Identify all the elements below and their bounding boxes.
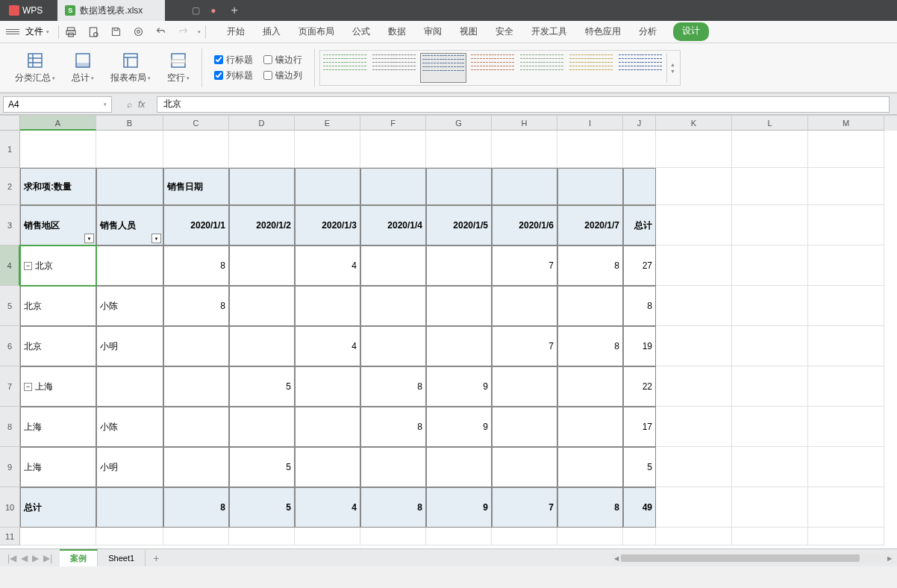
cell-M6[interactable] [808,326,884,366]
cell-F3[interactable]: 2020/1/4 [360,205,426,245]
col-header-A[interactable]: A [20,116,96,131]
cell-J6[interactable]: 19 [623,326,656,366]
cell-D5[interactable] [229,286,295,326]
row-header-1[interactable]: 1 [0,131,20,168]
row-header-11[interactable]: 11 [0,528,20,545]
cell-B10[interactable] [96,487,163,528]
undo-icon[interactable] [153,25,168,40]
cell-G11[interactable] [426,528,492,545]
chk-bandedrow[interactable]: 镶边行 [263,54,302,66]
cell-M9[interactable] [808,447,884,487]
print-preview-icon[interactable] [86,25,101,40]
tab-special[interactable]: 特色应用 [584,22,622,41]
file-menu[interactable]: 文件▾ [21,24,54,40]
cell-E3[interactable]: 2020/1/3 [295,205,360,245]
cell-M4[interactable] [808,245,884,286]
cell-E10[interactable]: 4 [295,487,360,528]
tab-formula[interactable]: 公式 [351,22,372,41]
cell-D6[interactable] [229,326,295,366]
cell-F8[interactable]: 8 [360,407,426,447]
row-header-6[interactable]: 6 [0,326,20,366]
cell-M5[interactable] [808,286,884,326]
cell-B6[interactable]: 小明 [96,326,163,366]
row-header-2[interactable]: 2 [0,168,20,205]
cell-L4[interactable] [732,245,808,286]
cell-E4[interactable]: 4 [295,245,360,286]
cell-E9[interactable] [295,447,360,487]
cell-F7[interactable]: 8 [360,366,426,407]
sheet-tab-2[interactable]: Sheet1 [98,549,146,567]
sheet-tab-1[interactable]: 案例 [60,549,98,567]
cell-C5[interactable]: 8 [163,286,229,326]
style-7[interactable] [617,53,663,83]
filter-icon[interactable]: ▼ [84,234,94,243]
cell-C7[interactable] [163,366,229,407]
cell-F10[interactable]: 8 [360,487,426,528]
cell-I6[interactable]: 8 [557,326,623,366]
cell-B7[interactable] [96,366,163,407]
cell-J2[interactable] [623,168,656,205]
cell-L5[interactable] [732,286,808,326]
cell-D11[interactable] [229,528,295,545]
tab-data[interactable]: 数据 [387,22,407,41]
cell-F4[interactable] [360,245,426,286]
col-header-I[interactable]: I [557,116,623,131]
cell-G1[interactable] [426,131,492,168]
cell-K6[interactable] [656,326,732,366]
cell-J7[interactable]: 22 [623,366,656,407]
cell-B2[interactable] [96,168,163,205]
cell-M1[interactable] [808,131,884,168]
row-header-7[interactable]: 7 [0,366,20,407]
tab-insert[interactable]: 插入 [261,22,282,41]
cell-B5[interactable]: 小陈 [96,286,163,326]
cell-A11[interactable] [20,528,96,545]
cell-L1[interactable] [732,131,808,168]
col-header-E[interactable]: E [295,116,360,131]
chk-rowheader[interactable]: 行标题 [214,54,253,66]
cell-H7[interactable] [492,366,557,407]
style-6[interactable] [568,53,614,83]
cell-I4[interactable]: 8 [557,245,623,286]
cell-B3[interactable]: 销售人员▼ [96,205,163,245]
cell-A4[interactable]: −北京 [20,245,96,286]
cell-C9[interactable] [163,447,229,487]
collapse-icon[interactable]: − [24,383,32,391]
cell-E6[interactable]: 4 [295,326,360,366]
cell-I10[interactable]: 8 [557,487,623,528]
cell-J10[interactable]: 49 [623,487,656,528]
cell-I5[interactable] [557,286,623,326]
cell-A3[interactable]: 销售地区▼ [20,205,96,245]
cell-L10[interactable] [732,487,808,528]
cell-D4[interactable] [229,245,295,286]
chk-colheader[interactable]: 列标题 [214,69,253,82]
cell-K9[interactable] [656,447,732,487]
cell-L9[interactable] [732,447,808,487]
redo-icon[interactable] [175,25,190,40]
cell-M11[interactable] [808,528,884,545]
cell-J3[interactable]: 总计 [623,205,656,245]
horizontal-scrollbar[interactable]: ◀▶ [612,553,894,563]
cell-F6[interactable] [360,326,426,366]
fx-icon[interactable]: fx [138,99,145,110]
tab-analyze[interactable]: 分析 [637,22,658,41]
collapse-icon[interactable]: − [24,262,32,270]
cell-B8[interactable]: 小陈 [96,407,163,447]
cell-K11[interactable] [656,528,732,545]
cell-M8[interactable] [808,407,884,447]
cell-I7[interactable] [557,366,623,407]
col-header-H[interactable]: H [492,116,557,131]
cell-B1[interactable] [96,131,163,168]
gallery-scroll[interactable]: ▲▼ [666,53,678,83]
cell-I3[interactable]: 2020/1/7 [557,205,623,245]
add-sheet-button[interactable]: + [146,552,166,564]
cell-C1[interactable] [163,131,229,168]
cell-G2[interactable] [426,168,492,205]
col-header-L[interactable]: L [732,116,808,131]
cell-A6[interactable]: 北京 [20,326,96,366]
cell-D1[interactable] [229,131,295,168]
cell-J9[interactable]: 5 [623,447,656,487]
target-icon[interactable] [131,25,146,40]
grandtotal-button[interactable]: 总计▾ [64,51,101,84]
cell-K10[interactable] [656,487,732,528]
row-header-9[interactable]: 9 [0,447,20,487]
